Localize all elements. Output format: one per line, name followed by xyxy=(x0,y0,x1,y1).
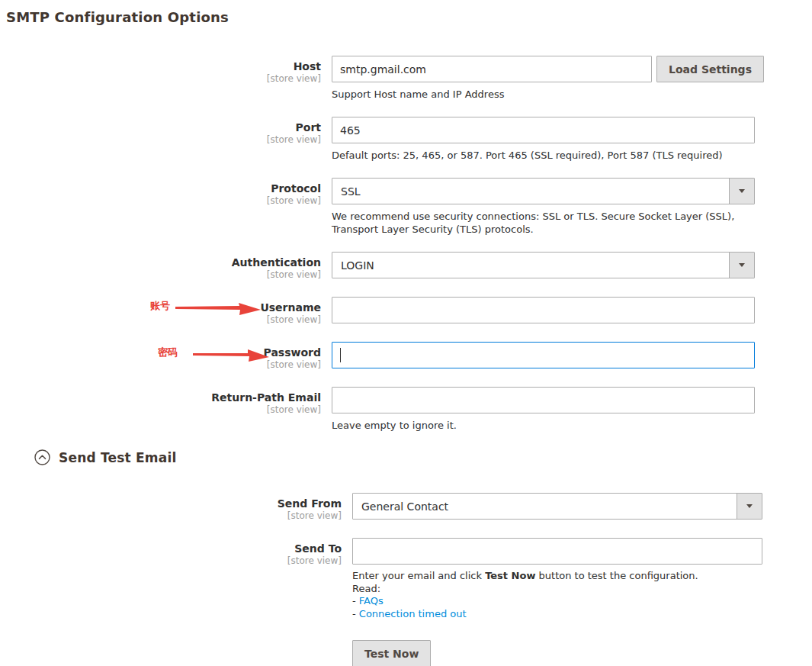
faqs-link[interactable]: FAQs xyxy=(359,595,384,606)
protocol-label-group: Protocol [store view] xyxy=(0,178,321,207)
section-title: Send Test Email xyxy=(59,450,176,465)
password-scope: [store view] xyxy=(0,359,321,371)
send-from-scope: [store view] xyxy=(0,510,342,522)
send-to-label: Send To xyxy=(0,542,342,555)
protocol-scope: [store view] xyxy=(0,195,321,207)
host-input[interactable] xyxy=(332,56,652,82)
send-to-row: Send To [store view] Enter your email an… xyxy=(0,538,812,620)
return-path-row: Return-Path Email [store view] Leave emp… xyxy=(0,387,812,432)
red-arrow-icon xyxy=(175,301,261,317)
read-label: Read: xyxy=(352,583,762,596)
test-instructions: Enter your email and click Test Now butt… xyxy=(352,570,762,583)
username-input[interactable] xyxy=(332,297,755,323)
smtp-config-page: SMTP Configuration Options Host [store v… xyxy=(0,0,812,666)
return-path-scope: [store view] xyxy=(0,404,321,416)
port-field-group: Default ports: 25, 465, or 587. Port 465… xyxy=(332,117,755,162)
send-to-help: Enter your email and click Test Now butt… xyxy=(352,570,762,620)
return-path-input[interactable] xyxy=(332,387,755,413)
protocol-select-value: SSL xyxy=(332,185,729,198)
authentication-row: Authentication [store view] LOGIN xyxy=(0,252,812,281)
username-field-group xyxy=(332,297,755,323)
faq-link-line: - FAQs xyxy=(352,595,762,608)
password-annotation-cn: 密码 xyxy=(158,346,178,359)
chevron-down-icon[interactable] xyxy=(729,253,754,278)
port-label-group: Port [store view] xyxy=(0,117,321,146)
send-from-select[interactable]: General Contact xyxy=(352,493,762,520)
port-input[interactable] xyxy=(332,117,755,143)
connection-timed-out-link[interactable]: Connection timed out xyxy=(359,608,467,619)
chevron-down-icon[interactable] xyxy=(737,494,762,519)
authentication-scope: [store view] xyxy=(0,269,321,281)
protocol-row: Protocol [store view] SSL We recommend u… xyxy=(0,178,812,236)
password-field-group xyxy=(332,342,755,368)
return-path-field-group: Leave empty to ignore it. xyxy=(332,387,755,432)
send-from-select-value: General Contact xyxy=(353,500,737,513)
page-title: SMTP Configuration Options xyxy=(0,9,812,25)
username-row: 账号 Username [store view] xyxy=(0,297,812,326)
send-from-row: Send From [store view] General Contact xyxy=(0,493,812,522)
send-to-field-group: Enter your email and click Test Now butt… xyxy=(352,538,762,620)
protocol-note: We recommend use security connections: S… xyxy=(332,210,747,236)
return-path-label: Return-Path Email xyxy=(0,391,321,404)
send-from-field-group: General Contact xyxy=(352,493,762,520)
username-scope: [store view] xyxy=(0,314,321,326)
send-test-email-section-header[interactable]: Send Test Email xyxy=(34,449,812,465)
test-now-button[interactable]: Test Now xyxy=(352,640,431,666)
timeout-link-line: - Connection timed out xyxy=(352,608,762,621)
send-to-input[interactable] xyxy=(352,538,762,565)
send-to-scope: [store view] xyxy=(0,555,342,567)
authentication-label: Authentication xyxy=(0,256,321,269)
send-to-label-group: Send To [store view] xyxy=(0,538,342,567)
red-arrow-icon xyxy=(193,347,269,362)
authentication-label-group: Authentication [store view] xyxy=(0,252,321,281)
return-path-label-group: Return-Path Email [store view] xyxy=(0,387,321,416)
text-cursor xyxy=(340,348,341,362)
authentication-field-group: LOGIN xyxy=(332,252,755,278)
port-scope: [store view] xyxy=(0,134,321,146)
protocol-field-group: SSL We recommend use security connection… xyxy=(332,178,755,236)
password-row: 密码 Password [store view] xyxy=(0,342,812,371)
username-annotation-cn: 账号 xyxy=(150,299,170,313)
host-row: Host [store view] Load Settings Support … xyxy=(0,56,812,101)
port-row: Port [store view] Default ports: 25, 465… xyxy=(0,117,812,162)
host-label: Host xyxy=(0,60,321,73)
protocol-label: Protocol xyxy=(0,182,321,195)
send-from-label: Send From xyxy=(0,497,342,510)
test-button-row: Test Now xyxy=(352,640,812,666)
authentication-select-value: LOGIN xyxy=(332,259,729,272)
password-input[interactable] xyxy=(332,342,755,368)
return-path-note: Leave empty to ignore it. xyxy=(332,419,755,432)
load-settings-button[interactable]: Load Settings xyxy=(656,56,764,82)
protocol-select[interactable]: SSL xyxy=(332,178,755,204)
host-note: Support Host name and IP Address xyxy=(332,88,764,101)
port-label: Port xyxy=(0,121,321,134)
test-now-emphasis: Test Now xyxy=(485,570,535,581)
host-scope: [store view] xyxy=(0,73,321,85)
port-note: Default ports: 25, 465, or 587. Port 465… xyxy=(332,149,755,162)
chevron-down-icon[interactable] xyxy=(729,179,754,204)
send-from-label-group: Send From [store view] xyxy=(0,493,342,522)
authentication-select[interactable]: LOGIN xyxy=(332,252,755,278)
host-field-group: Load Settings Support Host name and IP A… xyxy=(332,56,764,101)
host-label-group: Host [store view] xyxy=(0,56,321,85)
collapse-circle-chevron-up-icon[interactable] xyxy=(34,449,50,465)
